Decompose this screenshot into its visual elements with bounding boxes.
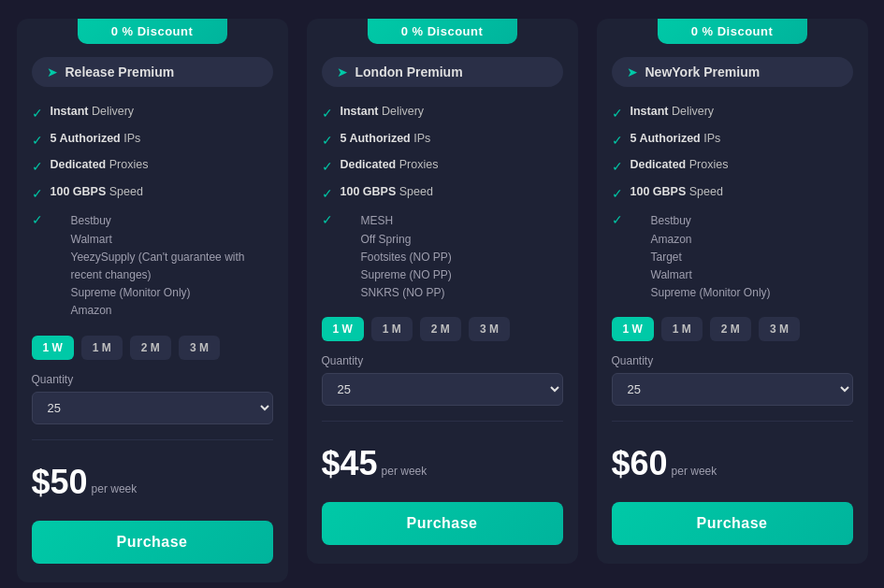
sub-feature-item: ✓MESHOff SpringFootsites (NO PP)Supreme … [322,210,563,302]
feature-item: ✓Instant Delivery [322,104,563,123]
check-icon: ✓ [322,132,333,151]
sub-feature-text: Supreme (Monitor Only) [71,284,273,302]
quantity-label: Quantity [32,373,273,386]
check-icon: ✓ [322,158,333,177]
period-btn-1m[interactable]: 1 M [371,317,413,341]
features-list: ✓Instant Delivery✓5 Authorized IPs✓Dedic… [17,104,288,321]
sub-feature-text: Bestbuy [651,212,771,230]
sub-feature-text: Amazon [651,231,771,249]
feature-text: Instant Delivery [630,104,715,121]
send-icon: ➤ [337,65,348,79]
sub-feature-text: Walmart [651,266,771,284]
sub-feature-text: Walmart [71,231,273,249]
price-amount: $60 [612,444,668,482]
discount-badge: 0 % Discount [78,19,227,44]
quantity-select[interactable]: 25 [32,392,273,424]
feature-item: ✓100 GBPS Speed [322,184,563,204]
discount-badge: 0 % Discount [368,19,517,44]
sub-features-list: MESHOff SpringFootsites (NO PP)Supreme (… [341,212,452,302]
plan-name: London Premium [355,65,463,79]
feature-item: ✓100 GBPS Speed [32,184,273,204]
sub-feature-text: MESH [361,212,452,230]
sub-feature-item: ✓BestbuyWalmartYeezySupply (Can't guaran… [32,210,273,320]
quantity-select[interactable]: 25 [322,373,563,406]
send-icon: ➤ [47,65,58,79]
sub-features-container: MESHOff SpringFootsites (NO PP)Supreme (… [341,210,452,302]
period-btn-1w[interactable]: 1 W [322,317,364,341]
sub-feature-text: Bestbuy [71,212,273,230]
feature-item: ✓Dedicated Proxies [322,157,563,177]
sub-features-container: BestbuyWalmartYeezySupply (Can't guarant… [51,210,273,320]
feature-item: ✓5 Authorized IPs [322,131,563,151]
quantity-section: Quantity25 [17,373,288,424]
purchase-button[interactable]: Purchase [322,502,563,545]
feature-text: 5 Authorized IPs [630,131,721,148]
price-section: $45per week [307,435,578,495]
feature-item: ✓Instant Delivery [612,104,853,123]
period-btn-1m[interactable]: 1 M [661,317,703,341]
feature-text: 5 Authorized IPs [341,131,431,148]
plan-name: Release Premium [65,65,175,79]
feature-text: Dedicated Proxies [51,157,149,174]
sub-feature-text: Off Spring [361,231,452,249]
price-section: $50per week [17,453,288,513]
quantity-label: Quantity [612,354,853,367]
feature-text: Dedicated Proxies [341,157,439,174]
card-newyork-premium: 0 % Discount➤NewYork Premium✓Instant Del… [597,19,868,564]
feature-text: 100 GBPS Speed [51,184,143,201]
period-btn-3m[interactable]: 3 M [179,336,220,360]
feature-text: 5 Authorized IPs [51,131,141,148]
purchase-button[interactable]: Purchase [32,521,273,564]
sub-feature-text: Target [651,249,771,266]
period-selector: 1 W1 M2 M3 M [17,336,288,360]
features-list: ✓Instant Delivery✓5 Authorized IPs✓Dedic… [597,104,868,302]
period-btn-3m[interactable]: 3 M [469,317,510,341]
check-icon: ✓ [32,105,43,123]
plan-header: ➤NewYork Premium [612,57,853,87]
check-icon: ✓ [612,105,623,123]
check-icon: ✓ [322,185,333,204]
period-selector: 1 W1 M2 M3 M [307,317,578,341]
period-btn-2m[interactable]: 2 M [130,336,171,360]
check-icon: ✓ [612,132,623,151]
period-btn-1w[interactable]: 1 W [32,336,74,360]
period-btn-3m[interactable]: 3 M [759,317,800,341]
card-london-premium: 0 % Discount➤London Premium✓Instant Deli… [307,19,578,564]
feature-text: 100 GBPS Speed [341,184,433,201]
period-btn-2m[interactable]: 2 M [710,317,751,341]
price-section: $60per week [597,435,868,495]
quantity-label: Quantity [322,354,563,367]
period-selector: 1 W1 M2 M3 M [597,317,868,341]
period-btn-2m[interactable]: 2 M [420,317,461,341]
check-icon: ✓ [612,185,623,204]
sub-feature-text: SNKRS (NO PP) [361,284,452,302]
quantity-select[interactable]: 25 [612,373,853,406]
quantity-section: Quantity25 [307,354,578,406]
sub-feature-text: Footsites (NO PP) [361,249,452,266]
sub-feature-text: Amazon [71,302,273,320]
check-icon: ✓ [32,211,43,230]
price-period: per week [382,465,428,478]
sub-feature-item: ✓BestbuyAmazonTargetWalmartSupreme (Moni… [612,210,853,302]
sub-features-list: BestbuyWalmartYeezySupply (Can't guarant… [51,212,273,320]
period-btn-1w[interactable]: 1 W [612,317,654,341]
sub-feature-text: YeezySupply (Can't guarantee with recent… [71,249,273,284]
check-icon: ✓ [612,211,623,230]
check-icon: ✓ [32,185,43,204]
badge-wrapper: 0 % Discount [307,19,578,44]
period-btn-1m[interactable]: 1 M [81,336,123,360]
discount-badge: 0 % Discount [658,19,807,44]
send-icon: ➤ [627,65,638,79]
feature-text: Dedicated Proxies [630,157,729,174]
divider [322,421,563,422]
badge-wrapper: 0 % Discount [17,19,288,44]
purchase-button[interactable]: Purchase [612,502,853,545]
plan-name: NewYork Premium [645,65,761,79]
sub-features-container: BestbuyAmazonTargetWalmartSupreme (Monit… [630,210,771,302]
sub-feature-text: Supreme (Monitor Only) [651,284,771,302]
sub-features-list: BestbuyAmazonTargetWalmartSupreme (Monit… [630,212,771,302]
feature-text: Instant Delivery [51,104,135,121]
check-icon: ✓ [32,132,43,151]
plan-header: ➤Release Premium [32,57,273,87]
price-period: per week [672,465,717,478]
